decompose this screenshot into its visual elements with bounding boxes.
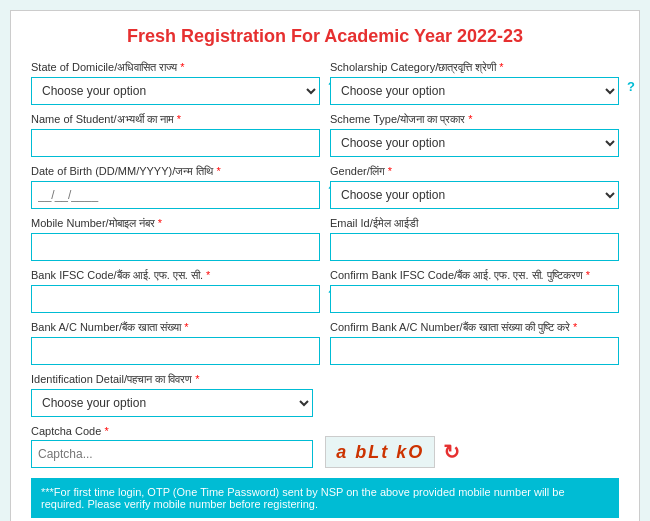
dob-input[interactable] — [31, 181, 320, 209]
dob-group: Date of Birth (DD/MM/YYYY)/जन्म तिथि * ? — [31, 165, 320, 209]
confirm-ifsc-input[interactable] — [330, 285, 619, 313]
bank-ifsc-label: Bank IFSC Code/बैंक आई. एफ. एस. सी. * — [31, 269, 320, 282]
student-name-label: Name of Student/अभ्यर्थी का नाम * — [31, 113, 320, 126]
scholarship-select[interactable]: Choose your option — [330, 77, 619, 105]
confirm-ac-label: Confirm Bank A/C Number/बैंक खाता संख्या… — [330, 321, 619, 334]
captcha-refresh-icon[interactable]: ↻ — [443, 440, 460, 464]
email-label: Email Id/ईमेल आईडी — [330, 217, 619, 230]
mobile-input[interactable] — [31, 233, 320, 261]
mobile-group: Mobile Number/मोबाइल नंबर * — [31, 217, 320, 261]
email-input[interactable] — [330, 233, 619, 261]
info-bar: ***For first time login, OTP (One Time P… — [31, 478, 619, 518]
bank-ac-input[interactable] — [31, 337, 320, 365]
row-mobile-email: Mobile Number/मोबाइल नंबर * Email Id/ईमे… — [31, 217, 619, 261]
student-name-group: Name of Student/अभ्यर्थी का नाम * — [31, 113, 320, 157]
form-container: Fresh Registration For Academic Year 202… — [10, 10, 640, 521]
identification-select[interactable]: Choose your option — [31, 389, 313, 417]
confirm-ac-input[interactable] — [330, 337, 619, 365]
confirm-ifsc-group: Confirm Bank IFSC Code/बैंक आई. एफ. एस. … — [330, 269, 619, 313]
bank-ifsc-group: Bank IFSC Code/बैंक आई. एफ. एस. सी. * ? — [31, 269, 320, 313]
captcha-image: a bLt kO — [325, 436, 435, 468]
gender-select[interactable]: Choose your option — [330, 181, 619, 209]
gender-group: Gender/लिंग * Choose your option — [330, 165, 619, 209]
row-identification: Identification Detail/पहचान का विवरण * C… — [31, 373, 619, 417]
bank-ifsc-input[interactable] — [31, 285, 320, 313]
dob-label: Date of Birth (DD/MM/YYYY)/जन्म तिथि * — [31, 165, 320, 178]
identification-label: Identification Detail/पहचान का विवरण * — [31, 373, 313, 386]
state-select[interactable]: Choose your option — [31, 77, 320, 105]
captcha-group: Captcha Code * — [31, 425, 313, 468]
mobile-label: Mobile Number/मोबाइल नंबर * — [31, 217, 320, 230]
page-title: Fresh Registration For Academic Year 202… — [31, 26, 619, 47]
scholarship-group: Scholarship Category/छात्रवृत्ति श्रेणी … — [330, 61, 619, 105]
scheme-group: Scheme Type/योजना का प्रकार * Choose you… — [330, 113, 619, 157]
scholarship-help-icon[interactable]: ? — [627, 79, 635, 94]
confirm-ac-group: Confirm Bank A/C Number/बैंक खाता संख्या… — [330, 321, 619, 365]
captcha-input[interactable] — [31, 440, 313, 468]
scholarship-label: Scholarship Category/छात्रवृत्ति श्रेणी … — [330, 61, 619, 74]
row-dob-gender: Date of Birth (DD/MM/YYYY)/जन्म तिथि * ?… — [31, 165, 619, 209]
bank-ac-label: Bank A/C Number/बैंक खाता संख्या * — [31, 321, 320, 334]
captcha-image-box: a bLt kO ↻ — [325, 436, 460, 468]
row-ifsc: Bank IFSC Code/बैंक आई. एफ. एस. सी. * ? … — [31, 269, 619, 313]
email-group: Email Id/ईमेल आईडी — [330, 217, 619, 261]
gender-label: Gender/लिंग * — [330, 165, 619, 178]
confirm-ifsc-label: Confirm Bank IFSC Code/बैंक आई. एफ. एस. … — [330, 269, 619, 282]
state-group: State of Domicile/अधिवासित राज्य * Choos… — [31, 61, 320, 105]
identification-group: Identification Detail/पहचान का विवरण * C… — [31, 373, 313, 417]
row-name-scheme: Name of Student/अभ्यर्थी का नाम * Scheme… — [31, 113, 619, 157]
row-ac: Bank A/C Number/बैंक खाता संख्या * Confi… — [31, 321, 619, 365]
captcha-label: Captcha Code * — [31, 425, 313, 437]
row-captcha: Captcha Code * a bLt kO ↻ — [31, 425, 619, 468]
state-label: State of Domicile/अधिवासित राज्य * — [31, 61, 320, 74]
row-state-scholarship: State of Domicile/अधिवासित राज्य * Choos… — [31, 61, 619, 105]
student-name-input[interactable] — [31, 129, 320, 157]
scheme-label: Scheme Type/योजना का प्रकार * — [330, 113, 619, 126]
scheme-select[interactable]: Choose your option — [330, 129, 619, 157]
bank-ac-group: Bank A/C Number/बैंक खाता संख्या * — [31, 321, 320, 365]
